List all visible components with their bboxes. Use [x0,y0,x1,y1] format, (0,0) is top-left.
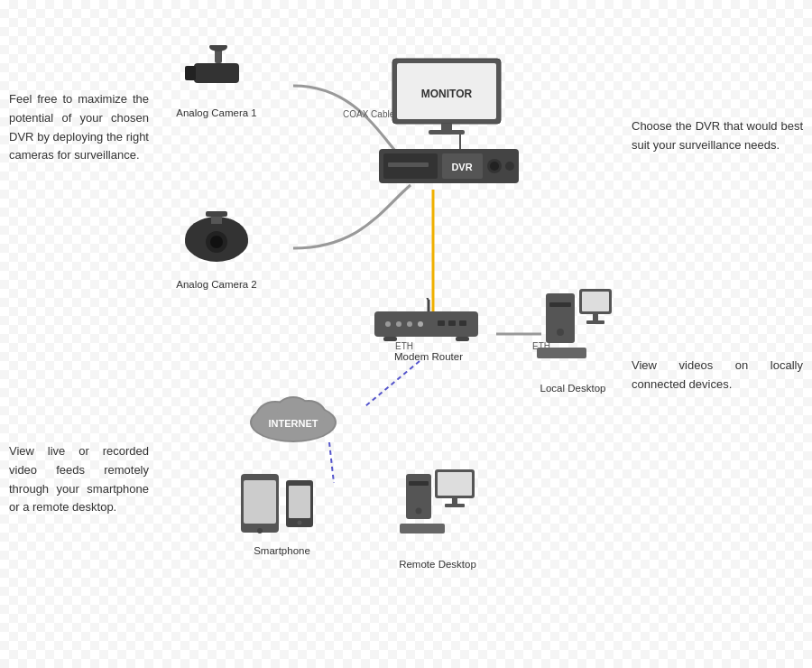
svg-rect-44 [549,302,571,307]
analog-camera-1: Analog Camera 1 [171,45,262,118]
svg-point-37 [418,321,423,327]
monitor: MONITOR [388,54,505,135]
svg-rect-22 [429,130,465,135]
modem-router: Modem Router [370,298,487,362]
svg-rect-38 [438,320,445,326]
description-left-top: Feel free to maximize the potential of y… [9,90,149,165]
svg-rect-48 [593,314,598,321]
svg-rect-17 [206,211,227,217]
svg-text:MONITOR: MONITOR [421,88,473,100]
svg-line-2 [365,361,420,406]
camera2-label: Analog Camera 2 [171,279,262,290]
svg-rect-42 [456,337,469,341]
svg-point-68 [416,508,422,515]
svg-rect-73 [400,524,445,533]
svg-point-62 [257,528,263,533]
smartphone-label: Smartphone [239,545,325,556]
analog-camera-2: Analog Camera 2 [171,208,262,290]
svg-text:DVR: DVR [451,162,472,172]
remote-desktop-label: Remote Desktop [397,559,478,570]
svg-rect-61 [244,480,276,524]
svg-rect-40 [459,320,466,326]
svg-point-11 [209,45,227,51]
svg-rect-64 [289,486,310,518]
svg-point-65 [298,521,302,525]
router-label: Modem Router [370,351,487,362]
smartphone: Smartphone [239,469,325,556]
svg-point-15 [210,236,223,248]
svg-rect-72 [445,504,465,507]
network-diagram: COAX Cable ETH ETH Analog Camera 1 [153,27,632,641]
remote-desktop: Remote Desktop [397,469,478,570]
svg-rect-70 [438,472,472,496]
svg-rect-41 [383,337,397,341]
svg-point-45 [557,329,564,336]
svg-rect-50 [537,348,586,358]
local-desktop: Local Desktop [532,289,614,394]
svg-rect-71 [452,498,457,505]
camera1-label: Analog Camera 1 [171,107,262,118]
dvr-unit: DVR [379,144,523,190]
local-desktop-label: Local Desktop [532,383,614,394]
svg-text:INTERNET: INTERNET [269,418,318,429]
svg-point-34 [385,321,391,327]
svg-rect-67 [409,481,429,486]
svg-point-35 [396,321,401,327]
svg-rect-49 [586,320,604,324]
svg-point-36 [407,321,412,327]
svg-point-29 [505,162,514,171]
svg-rect-8 [194,63,239,83]
svg-rect-9 [185,66,196,80]
svg-rect-47 [582,292,609,311]
svg-rect-39 [448,320,456,326]
internet-cloud: INTERNET [244,388,343,447]
svg-line-3 [329,442,334,483]
svg-line-33 [427,298,429,300]
description-right-bottom: View videos on locally connected devices… [632,357,803,394]
svg-rect-25 [388,162,429,167]
svg-point-30 [490,162,499,171]
description-right-top: Choose the DVR that would best suit your… [632,117,803,155]
description-left-bottom: View live or recorded video feeds remote… [9,442,149,517]
svg-rect-21 [441,124,452,131]
